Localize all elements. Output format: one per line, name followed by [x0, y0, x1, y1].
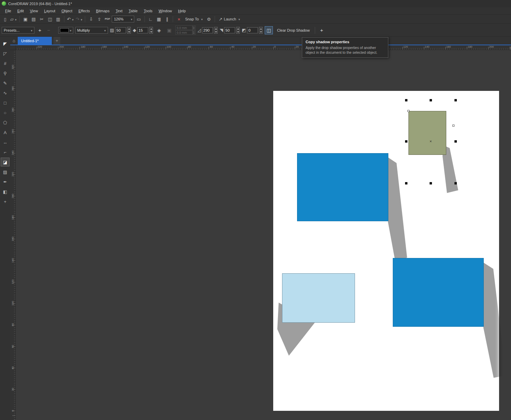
save-button[interactable]: ▣ [22, 15, 29, 23]
shadow-fade-input[interactable]: 0 [247, 27, 258, 33]
delete-preset-button[interactable]: − [45, 27, 52, 33]
menu-table[interactable]: Table [126, 8, 141, 14]
chevron-down-icon [69, 28, 72, 32]
page[interactable]: × [273, 91, 499, 411]
menu-text[interactable]: Text [112, 8, 125, 14]
new-tab-button[interactable]: + [53, 37, 60, 45]
selection-handle[interactable] [430, 182, 432, 184]
shadow-offset-y-stepper[interactable] [192, 30, 196, 35]
rectangle-blue-2[interactable] [393, 258, 484, 327]
parallel-dimension-tool[interactable]: ↔ [1, 138, 9, 146]
shadow-opacity-stepper[interactable] [127, 27, 131, 34]
menu-edit[interactable]: Edit [14, 8, 27, 14]
tab-untitled-1[interactable]: Untitled-1* [18, 37, 52, 45]
menu-window[interactable]: Window [156, 8, 175, 14]
add-preset-button[interactable]: + [36, 27, 43, 33]
show-rulers-button[interactable]: ∟ [147, 15, 154, 23]
ruler-horizontal[interactable]: 2202001801601401201008060402002040608010… [16, 45, 511, 50]
copy-shadow-properties-button[interactable]: ◫ [265, 26, 273, 34]
clear-drop-shadow-button[interactable]: Clear Drop Shadow [275, 28, 312, 32]
open-document-button[interactable]: ▱ [10, 15, 17, 23]
publish-pdf-button[interactable]: PDF [104, 15, 111, 23]
zoom-tool[interactable]: ⚲ [1, 69, 9, 77]
show-guidelines-button[interactable]: ∥ [163, 15, 171, 23]
drop-shadow-tool[interactable]: ◪ [1, 158, 9, 166]
menu-file[interactable]: File [2, 8, 14, 14]
undo-button[interactable]: ↶ [66, 15, 74, 23]
shadow-offset-y-input[interactable]: 0.0 mm [175, 30, 192, 35]
presets-dropdown[interactable]: Presets... [2, 27, 34, 34]
launch-dropdown[interactable]: ↗Launch [217, 15, 242, 23]
shape-tool[interactable]: ◸ [1, 49, 9, 58]
drop-shadow-olive [273, 91, 499, 411]
zoom-level-value: 126% [114, 17, 123, 21]
shadow-offset-x-stepper[interactable] [192, 26, 196, 30]
shadow-angle-input[interactable]: 290 [202, 27, 213, 33]
menu-help[interactable]: Help [175, 8, 189, 14]
rectangle-olive[interactable] [408, 111, 446, 155]
zoom-level-dropdown[interactable]: 126% [112, 16, 134, 22]
rectangle-lightblue[interactable] [282, 273, 355, 323]
print-button[interactable]: ▤ [30, 15, 37, 23]
menu-tools[interactable]: Tools [141, 8, 156, 14]
connector-tool[interactable]: ⌐ [1, 148, 9, 156]
ellipse-tool[interactable]: ○ [1, 109, 9, 117]
pick-tool[interactable]: ◤ [1, 39, 9, 48]
freehand-tool[interactable]: ✎ [1, 79, 9, 87]
snap-to-dropdown[interactable]: Snap To [183, 15, 204, 23]
feathering-edges-button[interactable]: ▣ [165, 26, 173, 34]
transparency-tool[interactable]: ▨ [1, 168, 9, 176]
shadow-opacity-input[interactable]: 50 [115, 27, 126, 33]
save-icon: ▣ [23, 17, 27, 21]
interactive-fill-tool[interactable]: ◧ [1, 188, 9, 196]
canvas[interactable]: × [16, 50, 511, 420]
export-button[interactable]: ⇧ [95, 15, 103, 23]
selection-handle[interactable] [454, 140, 457, 143]
artistic-media-tool[interactable]: ∿ [1, 89, 9, 97]
fullscreen-preview-button[interactable]: ▭ [135, 15, 142, 23]
rectangle-tool[interactable]: □ [1, 99, 9, 107]
shadow-stretch-input[interactable]: 50 [224, 27, 235, 33]
shadow-offset-x-input[interactable]: 0.0 mm [175, 26, 192, 30]
menu-bitmaps[interactable]: Bitmaps [93, 8, 113, 14]
menu-layout[interactable]: Layout [41, 8, 58, 14]
merge-mode-dropdown[interactable]: Multiply [75, 27, 108, 34]
polygon-tool[interactable]: ⬠ [1, 118, 9, 127]
menu-object[interactable]: Object [58, 8, 75, 14]
menu-effects[interactable]: Effects [75, 8, 93, 14]
shadow-color-picker[interactable] [58, 27, 73, 34]
selection-handle[interactable] [430, 99, 432, 101]
import-button[interactable]: ⇩ [87, 15, 95, 23]
paste-button[interactable]: ▥ [55, 15, 62, 23]
feathering-direction-button[interactable]: ◈ [155, 26, 163, 34]
home-icon[interactable]: ⌂ [10, 37, 18, 45]
show-grid-button[interactable]: ▦ [155, 15, 162, 23]
shadow-feathering-stepper[interactable] [149, 27, 153, 34]
shadow-feathering-input[interactable]: 15 [137, 27, 148, 33]
snap-off-button[interactable]: × [175, 15, 183, 23]
customize-toolbox-button[interactable]: + [1, 197, 9, 206]
shadow-control-handle[interactable] [452, 125, 454, 127]
ruler-vertical[interactable]: 3203002802602402202001801601401201008060… [10, 50, 16, 420]
menu-view[interactable]: View [27, 8, 41, 14]
crop-tool[interactable]: # [1, 59, 9, 67]
rectangle-blue-1[interactable] [297, 153, 388, 221]
shadow-fade-stepper[interactable] [259, 27, 263, 34]
shadow-stretch-stepper[interactable] [236, 27, 240, 34]
new-document-button[interactable]: ▯ [1, 15, 9, 23]
color-eyedropper-tool[interactable]: ✒ [1, 178, 9, 186]
customize-property-bar-button[interactable]: + [318, 27, 325, 33]
shadow-angle-stepper[interactable] [214, 27, 218, 34]
cut-button[interactable]: ✂ [38, 15, 46, 23]
text-tool[interactable]: A [1, 128, 9, 136]
selection-handle[interactable] [454, 99, 457, 101]
selection-center-marker[interactable]: × [430, 140, 432, 143]
selection-handle[interactable] [405, 140, 407, 143]
selection-handle[interactable] [405, 182, 407, 184]
shadow-control-handle[interactable] [407, 110, 409, 112]
selection-handle[interactable] [454, 182, 457, 184]
redo-button[interactable]: ↷ [75, 15, 83, 23]
selection-handle[interactable] [405, 99, 407, 101]
copy-button[interactable]: ◫ [46, 15, 54, 23]
options-button[interactable]: ⚙ [205, 15, 213, 23]
